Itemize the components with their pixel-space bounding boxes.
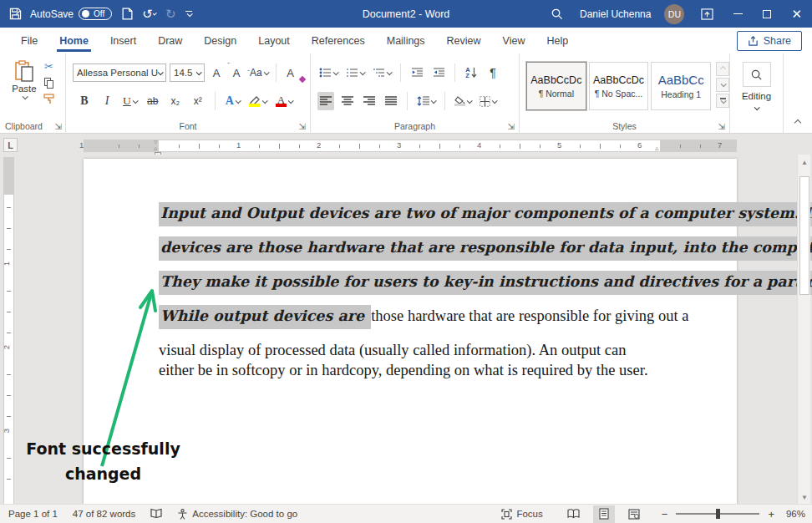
zoom-out-button[interactable]: − — [662, 508, 668, 520]
bullets-button[interactable] — [317, 63, 339, 82]
tab-help[interactable]: Help — [535, 29, 579, 52]
subscript-button[interactable]: x₂ — [167, 92, 184, 110]
vertical-scrollbar[interactable]: ▲ ▼ — [797, 155, 810, 505]
tab-layout[interactable]: Layout — [247, 29, 301, 52]
focus-button[interactable]: Focus — [501, 509, 542, 520]
web-layout-icon — [628, 509, 640, 520]
justify-button[interactable] — [383, 92, 399, 110]
collapse-ribbon-button[interactable] — [795, 116, 800, 128]
paragraph-dialog-launcher[interactable]: ⇲ — [508, 122, 515, 131]
hanging-indent-marker[interactable]: ▵ — [154, 145, 158, 151]
ribbon: Paste ✂ Clipboard ⇲ Allessa Personal U — [0, 53, 812, 134]
style-normal[interactable]: AaBbCcDc ¶ Normal — [526, 62, 586, 110]
clear-formatting-button[interactable]: A — [282, 63, 299, 82]
tab-stop-selector[interactable]: L — [3, 138, 18, 152]
align-center-button[interactable] — [339, 92, 356, 110]
clipboard-dialog-launcher[interactable]: ⇲ — [55, 122, 62, 131]
autosave-toggle[interactable]: AutoSave Off — [30, 8, 112, 20]
font-size-combobox[interactable]: 14.5 — [170, 63, 205, 82]
read-mode-button[interactable] — [563, 505, 585, 523]
doc-script-line-2[interactable]: devices are those hardware that are resp… — [159, 239, 812, 256]
zoom-level[interactable]: 96% — [786, 509, 805, 519]
text-effects-button[interactable]: A — [224, 92, 241, 110]
bold-button[interactable]: B — [76, 92, 93, 110]
share-button[interactable]: Share — [737, 31, 802, 51]
styles-dialog-launcher[interactable]: ⇲ — [718, 122, 725, 131]
grow-font-button[interactable]: Aˆ — [208, 63, 225, 82]
change-case-button[interactable]: Aa — [248, 63, 270, 82]
strikethrough-button[interactable]: ab — [145, 92, 161, 110]
word-count[interactable]: 47 of 82 words — [73, 509, 135, 519]
decrease-indent-button[interactable] — [409, 63, 425, 82]
doc-script-line-1[interactable]: Input and Output devices are two of majo… — [159, 205, 812, 221]
minimize-button[interactable] — [723, 0, 753, 28]
zoom-slider[interactable] — [676, 513, 759, 515]
underline-button[interactable]: U — [121, 92, 139, 110]
style-no-spacing[interactable]: AaBbCcDc ¶ No Spac... — [589, 62, 649, 110]
web-layout-button[interactable] — [623, 505, 645, 523]
style-heading1[interactable]: AaBbCc Heading 1 — [651, 62, 711, 110]
font-color-button[interactable]: A — [274, 92, 294, 110]
format-painter-icon — [43, 94, 54, 104]
ribbon-display-options-button[interactable] — [691, 0, 723, 28]
styles-scroll-up-button[interactable] — [716, 62, 729, 76]
new-document-icon[interactable] — [120, 8, 134, 21]
borders-button[interactable] — [478, 92, 498, 110]
tab-draw[interactable]: Draw — [147, 29, 193, 52]
shrink-font-button[interactable]: Aˆ — [228, 63, 245, 82]
line-spacing-button[interactable] — [415, 92, 437, 110]
horizontal-ruler[interactable]: 1 1 2 3 4 5 6 7 ▿ ▵ ▵ — [84, 140, 737, 152]
font-name-combobox[interactable]: Allessa Personal U — [73, 63, 166, 82]
undo-button[interactable]: ↺ — [142, 8, 155, 21]
increase-indent-button[interactable] — [430, 63, 447, 82]
close-button[interactable]: ✕ — [781, 0, 812, 28]
superscript-button[interactable]: x² — [190, 92, 206, 110]
avatar[interactable]: DU — [657, 0, 691, 28]
numbering-button[interactable] — [344, 63, 366, 82]
copy-button[interactable] — [44, 78, 54, 89]
doc-script-line-3[interactable]: They make it possible for users to key-i… — [159, 273, 812, 290]
maximize-button[interactable] — [753, 0, 781, 28]
doc-normal-paragraph[interactable]: visual display of processed data (usuall… — [159, 341, 660, 380]
customize-toolbar-button[interactable] — [185, 11, 192, 17]
italic-button[interactable]: I — [99, 92, 115, 110]
zoom-in-button[interactable]: + — [768, 508, 774, 520]
accessibility-status[interactable]: Accessibility: Good to go — [177, 509, 297, 520]
user-name[interactable]: Daniel Uchenna — [573, 0, 657, 28]
tab-review[interactable]: Review — [436, 29, 492, 52]
tab-design[interactable]: Design — [193, 29, 247, 52]
text-highlight-button[interactable] — [247, 92, 268, 110]
tab-file[interactable]: File — [10, 29, 48, 52]
scrollbar-thumb[interactable] — [799, 176, 809, 295]
page-count[interactable]: Page 1 of 1 — [8, 509, 58, 519]
right-indent-marker[interactable]: ▵ — [655, 145, 659, 151]
sort-button[interactable]: AZ — [463, 63, 480, 82]
search-button[interactable] — [540, 0, 573, 28]
tab-mailings[interactable]: Mailings — [376, 29, 436, 52]
doc-mixed-line[interactable]: While output devices are those hardware … — [159, 307, 688, 325]
redo-button[interactable]: ↻ — [164, 8, 177, 21]
proofing-button[interactable] — [150, 508, 162, 520]
tab-home[interactable]: Home — [48, 29, 99, 52]
print-layout-button[interactable] — [593, 505, 615, 523]
scroll-down-icon[interactable]: ▼ — [799, 491, 810, 503]
align-left-button[interactable] — [317, 92, 334, 110]
show-hide-marks-button[interactable]: ¶ — [485, 63, 501, 82]
paste-button[interactable]: Paste — [7, 60, 42, 122]
shading-button[interactable] — [453, 92, 473, 110]
multilevel-list-button[interactable] — [371, 63, 393, 82]
editing-button[interactable]: Editing — [730, 62, 783, 113]
styles-more-button[interactable] — [716, 94, 729, 108]
tab-references[interactable]: References — [301, 29, 376, 52]
tab-insert[interactable]: Insert — [99, 29, 147, 52]
styles-scroll-down-button[interactable] — [716, 78, 729, 92]
save-icon[interactable] — [8, 8, 22, 21]
zoom-slider-thumb[interactable] — [716, 509, 720, 519]
align-right-button[interactable] — [361, 92, 378, 110]
cut-button[interactable]: ✂ — [44, 60, 53, 73]
font-dialog-launcher[interactable]: ⇲ — [299, 122, 306, 131]
tab-view[interactable]: View — [492, 29, 536, 52]
justify-icon — [385, 96, 397, 106]
scroll-up-icon[interactable]: ▲ — [799, 156, 810, 168]
format-painter-button[interactable] — [43, 94, 54, 107]
